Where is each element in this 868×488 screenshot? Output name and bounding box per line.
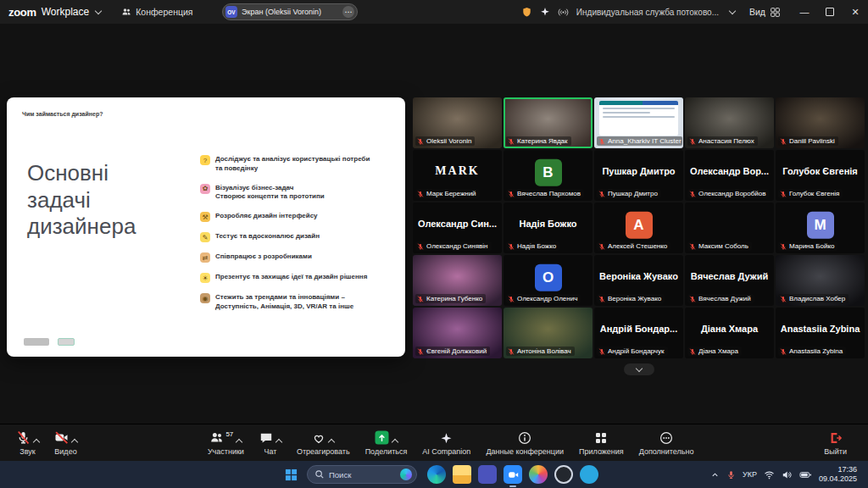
wifi-icon[interactable] [764, 469, 775, 480]
participant-tile[interactable]: Анастасия Пелюх [685, 97, 774, 148]
taskbar-explorer-icon[interactable] [453, 465, 471, 484]
chevron-up-icon[interactable] [328, 439, 335, 446]
participant-name-large: Пушкар Дмитро [594, 150, 683, 192]
ai-sparkle-icon[interactable] [540, 7, 550, 17]
minimize-button[interactable]: — [792, 0, 817, 24]
maximize-button[interactable] [817, 0, 843, 24]
toolbar-chat-button[interactable]: Чат [252, 424, 289, 461]
participant-label: Anastasiia Zybina [778, 347, 846, 356]
taskbar-office-icon[interactable] [478, 465, 497, 484]
participant-tile[interactable]: Daniil Pavlinski [776, 97, 865, 148]
participant-name: Oleksii Voronin [426, 137, 471, 145]
participant-tile[interactable]: Євгеній Должковий [413, 308, 502, 358]
mic-muted-icon [689, 243, 696, 250]
toolbar-item-label: Чат [264, 447, 276, 456]
toolbar-info-button[interactable]: Данные конференции [478, 424, 571, 461]
taskbar-media-icon[interactable] [554, 465, 573, 484]
toolbar-more-button[interactable]: Дополнительно [632, 424, 702, 461]
presentation-slide: Чим займається дизайнер? Основні задачі … [7, 97, 405, 357]
participant-tile[interactable]: Максим Соболь [685, 202, 774, 253]
participant-name: Євгеній Должковий [426, 347, 487, 355]
taskbar-search[interactable]: Поиск [307, 465, 417, 484]
tab-conference[interactable]: Конференция [121, 7, 192, 17]
chevron-up-icon[interactable] [392, 439, 398, 446]
toolbar-react-button[interactable]: Отреагировать [289, 424, 358, 461]
mic-muted-icon [417, 348, 424, 355]
slide-task-item: ☀Презентує та захищає ідеї та дизайн ріш… [200, 273, 398, 283]
participant-name: Анастасия Пелюх [698, 137, 754, 145]
taskbar-browser-icon[interactable] [427, 465, 446, 484]
toolbar-apps-button[interactable]: Приложения [571, 424, 632, 461]
toolbar-item-label: AI Companion [422, 447, 470, 456]
chevron-up-icon[interactable] [71, 439, 78, 446]
participant-tile[interactable]: Олександр Вор...Олександр Воробйов [685, 150, 774, 201]
toolbar-share-button[interactable]: Поделиться [358, 424, 415, 461]
start-button[interactable] [280, 463, 302, 485]
participant-tile[interactable]: ММарина Бойко [776, 202, 865, 253]
slide-task-item: ✎Тестує та вдосконалює дизайн [200, 232, 398, 242]
participant-name: Anna_Kharkiv IT Cluster [608, 137, 682, 145]
battery-icon[interactable] [799, 469, 812, 480]
toolbar-participants-button[interactable]: 57Участники [200, 424, 252, 461]
participant-tile[interactable]: Діана ХмараДіана Хмара [685, 308, 774, 358]
participant-tile[interactable]: Пушкар ДмитроПушкар Дмитро [594, 150, 683, 201]
taskbar-zoom-icon[interactable] [504, 465, 522, 484]
live-stream-icon [558, 7, 569, 18]
language-indicator[interactable]: УКР [743, 470, 757, 479]
participant-tile[interactable]: Олександр Син...Олександр Синявін [413, 202, 502, 253]
toolbar-ai-button[interactable]: AI Companion [415, 424, 478, 461]
close-button[interactable]: ✕ [843, 0, 868, 24]
handshake-emoji-icon: ⇄ [200, 252, 210, 263]
collapse-gallery-button[interactable] [624, 363, 654, 375]
meeting-icon [121, 7, 131, 17]
participant-tile[interactable]: Голубок ЄвгеніяГолубок Євгенія [776, 150, 865, 201]
participant-tile[interactable]: Anastasiia ZybinaAnastasiia Zybina [776, 308, 865, 358]
participant-name: Голубок Євгенія [789, 190, 839, 197]
chevron-up-icon[interactable] [236, 439, 242, 446]
participant-tile[interactable]: Катерина Явдак [504, 97, 593, 148]
slide-logo-icon [24, 338, 49, 346]
toolbar-item-label: Отреагировать [297, 447, 350, 456]
participant-tile[interactable]: Вероніка ЖувакоВероніка Жувако [594, 255, 683, 306]
slide-task-item: ⚒Розробляє дизайн інтерфейсу [200, 212, 398, 222]
participant-tile[interactable]: ООлександр Оленич [504, 255, 593, 306]
participant-tile[interactable]: Anna_Kharkiv IT Cluster [594, 97, 683, 148]
tab-screen-share[interactable]: OV Экран (Oleksii Voronin) ⋯ [222, 3, 358, 20]
view-button[interactable]: Вид [749, 7, 781, 18]
tray-mic-icon[interactable] [726, 470, 736, 480]
security-shield-icon[interactable] [521, 7, 532, 18]
participant-tile[interactable]: Антоніна Волівач [504, 308, 593, 358]
mic-muted-icon [417, 191, 424, 197]
participant-tile[interactable]: ААлексей Стешенко [594, 202, 683, 253]
participant-tile[interactable]: Вячеслав ДужийВячеслав Дужий [685, 255, 774, 306]
chevron-up-icon[interactable] [275, 439, 282, 446]
participant-tile[interactable]: MARKМарк Бережний [413, 150, 502, 201]
chevron-down-icon[interactable] [729, 8, 736, 14]
participant-tile[interactable]: Oleksii Voronin [413, 97, 502, 148]
streaming-service-label[interactable]: Индивидуальная служба потоково... [576, 8, 719, 17]
taskbar-clock[interactable]: 17:36 09.04.2025 [819, 465, 857, 484]
toolbar-audio-button[interactable]: Звук [8, 424, 47, 461]
taskbar-chat-icon[interactable] [580, 465, 598, 484]
participant-label: Oleksii Voronin [415, 136, 475, 146]
toolbar-leave-button[interactable]: Выйти [816, 424, 854, 461]
slide-task-item: ✿Візуалізує бізнес-задач Створює концепт… [200, 184, 398, 202]
participant-tile[interactable]: Катерина Губенко [413, 255, 502, 306]
hidden-icons-chevron[interactable] [710, 470, 720, 480]
participant-tile[interactable]: ВВячеслав Пархомов [504, 150, 593, 201]
participant-tile[interactable]: Надія БожкоНадія Божко [504, 202, 593, 253]
zoom-workplace-menu[interactable]: zoom Workplace [8, 6, 103, 19]
builder-emoji-icon: ⚒ [200, 212, 210, 222]
participant-tile[interactable]: Андрій Бондар...Андрій Бондарчук [594, 308, 683, 358]
participant-tile[interactable]: Владислав Хобер [776, 255, 865, 306]
taskbar-photos-icon[interactable] [529, 465, 548, 484]
participant-name: Владислав Хобер [789, 295, 845, 302]
volume-icon[interactable] [782, 469, 793, 480]
mic-muted-icon [689, 138, 696, 145]
avatar: М [807, 212, 834, 239]
mic-muted-icon [780, 296, 787, 302]
participant-name-large: Вероніка Жувако [594, 255, 683, 297]
chevron-up-icon[interactable] [33, 439, 40, 446]
tab-options-button[interactable]: ⋯ [342, 6, 354, 18]
toolbar-video-button[interactable]: Видео [47, 424, 85, 461]
